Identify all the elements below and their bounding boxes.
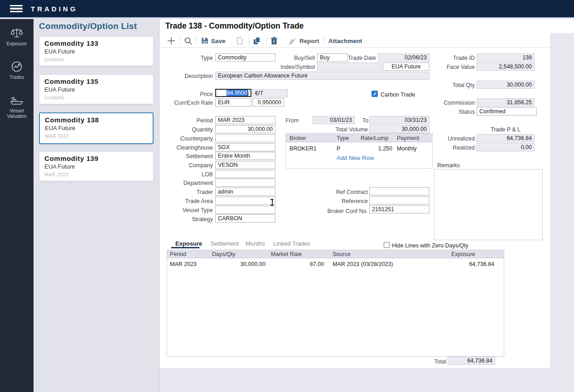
clearinghouse-field[interactable]: SGX	[215, 143, 275, 151]
delete-button[interactable]	[270, 35, 278, 46]
trade-date-label: Trade Date	[342, 54, 376, 62]
unrealized-label: Unrealized	[439, 135, 475, 142]
sidebar-label-exposure: Exposure	[0, 41, 34, 46]
curr-exch-rate-label: Curr/Exch Rate	[172, 99, 213, 106]
price-field[interactable]: 84.9500	[215, 89, 251, 97]
quantity-field[interactable]: 30,000.00	[215, 125, 275, 133]
reference-field[interactable]	[369, 196, 429, 204]
rate-col-header: Rate/Lump	[361, 135, 388, 142]
buysell-label: Buy/Sell	[283, 54, 315, 62]
broker-conf-field[interactable]: 2151251	[369, 205, 429, 213]
counterparty-label: Counterparty	[172, 135, 213, 142]
trade-id-field: 138	[477, 53, 535, 62]
trend-chart-icon	[11, 61, 23, 73]
vessel-type-label: Vessel Type	[177, 207, 213, 214]
status-select[interactable]: Confirmed	[477, 107, 537, 116]
ref-contract-field[interactable]	[369, 187, 429, 195]
list-item-commodity-138-selected[interactable]: Commodity 138 EUA Future MAR 2023	[39, 112, 154, 144]
trade-date-field[interactable]: 02/06/23	[378, 53, 429, 62]
from-label: From	[285, 117, 304, 124]
scales-icon	[10, 27, 23, 39]
exch-rate-field[interactable]: 0.950000	[252, 98, 284, 106]
total-volume-label: Total Volume	[332, 126, 368, 133]
add-button[interactable]	[167, 35, 176, 46]
commission-field: 31,856.25	[477, 98, 535, 106]
tab-months[interactable]: Months	[246, 240, 265, 247]
total-volume-field: 30,000.00	[369, 125, 429, 133]
index-symbol-field[interactable]	[317, 63, 382, 71]
list-item-commodity-135[interactable]: Commodity 135 EUA Future (custom)	[39, 74, 154, 104]
sidebar-item-vessel-valuation[interactable]: Vessel Valuation	[0, 95, 34, 119]
company-field[interactable]: VESON	[215, 161, 275, 169]
trade-area-label: Trade Area	[179, 198, 213, 205]
sidebar-item-exposure[interactable]: Exposure	[0, 27, 34, 46]
sidebar-label-vessel-valuation: Vessel Valuation	[0, 108, 34, 119]
carbon-trade-label: Carbon Trade	[381, 91, 421, 98]
remarks-label: Remarks	[437, 162, 469, 169]
tab-settlement[interactable]: Settlement	[211, 240, 239, 247]
plus-icon	[167, 36, 176, 45]
remarks-textarea[interactable]	[434, 169, 543, 240]
unrealized-field: 64,736.84	[477, 134, 535, 142]
clearinghouse-label: Clearinghouse	[170, 144, 213, 151]
strategy-field[interactable]: CARBON	[215, 214, 275, 223]
exposure-table: Period Days/Qty Market Rate Source Expos…	[167, 250, 504, 357]
save-button[interactable]: Save	[201, 35, 226, 46]
tab-exposure[interactable]: Exposure	[175, 240, 202, 247]
lob-field[interactable]	[215, 170, 275, 178]
face-value-label: Face Value	[439, 63, 475, 71]
total-qty-label: Total Qty	[439, 82, 475, 89]
type-label: Type	[181, 54, 213, 62]
list-item-commodity-139[interactable]: Commodity 139 EUA Future MAR 2023	[39, 151, 154, 181]
trade-id-label: Trade ID	[439, 54, 475, 62]
broker-table: Broker Type Rate/Lump Payment BROKER1 P …	[285, 133, 433, 169]
new-document-button[interactable]	[236, 35, 243, 46]
trader-field[interactable]: admin	[215, 188, 275, 196]
document-icon	[236, 37, 243, 45]
active-tab-underline	[171, 247, 199, 248]
save-label: Save	[211, 38, 226, 44]
from-field[interactable]: 03/01/23	[313, 116, 355, 124]
total-label: Total	[426, 358, 446, 365]
to-field[interactable]: 03/31/23	[369, 116, 429, 124]
status-label: Status	[439, 108, 475, 116]
department-field[interactable]	[215, 179, 275, 187]
settlement-field[interactable]: Entire Month	[215, 152, 275, 160]
period-field[interactable]: MAR 2023	[215, 116, 275, 124]
counterparty-field[interactable]	[215, 134, 275, 142]
vessel-type-field[interactable]	[215, 206, 275, 214]
report-icon	[289, 37, 297, 44]
sidebar-item-trades[interactable]: Trades	[0, 61, 34, 80]
total-qty-field: 30,000.00	[477, 81, 535, 89]
realized-field: 0.00	[477, 143, 535, 151]
index-name-field[interactable]: EUA Future	[383, 63, 429, 71]
period-col-header: Period	[170, 251, 186, 258]
trade-title: Trade 138 - Commodity/Option Trade	[165, 21, 304, 31]
currency-field[interactable]: EUR	[215, 98, 251, 106]
copy-button[interactable]	[253, 35, 261, 46]
add-new-row-link[interactable]: Add New Row	[337, 155, 374, 161]
strategy-label: Strategy	[181, 216, 213, 223]
price-unit-field: €/T	[252, 89, 288, 97]
total-field: 64,736.84	[448, 357, 495, 365]
app-title: TRADING	[31, 5, 77, 13]
source-col-header: Source	[333, 251, 351, 258]
search-button[interactable]	[184, 35, 193, 46]
carbon-trade-checkbox[interactable]	[371, 91, 378, 97]
type-field[interactable]: Commodity	[215, 53, 275, 62]
copy-icon	[253, 37, 261, 45]
hamburger-menu-icon[interactable]	[10, 5, 23, 13]
report-button[interactable]: Report	[289, 35, 319, 46]
description-field[interactable]: European Carbon Allowance Future	[215, 72, 429, 80]
list-item-commodity-133[interactable]: Commodity 133 EUA Future (custom)	[39, 36, 154, 66]
trade-area-field[interactable]	[215, 197, 275, 205]
type-col-header: Type	[337, 135, 349, 142]
tab-linked-trades[interactable]: Linked Trades	[273, 240, 310, 247]
attachment-label: Attachment	[328, 38, 362, 44]
attachment-button[interactable]: Attachment	[328, 35, 362, 46]
payment-col-header: Payment	[397, 135, 419, 142]
top-bar: TRADING	[0, 0, 574, 18]
index-symbol-label: Index/Symbol	[279, 63, 315, 71]
hide-zero-lines-checkbox[interactable]	[384, 242, 390, 248]
market-rate-col-header: Market Rate	[271, 251, 302, 258]
